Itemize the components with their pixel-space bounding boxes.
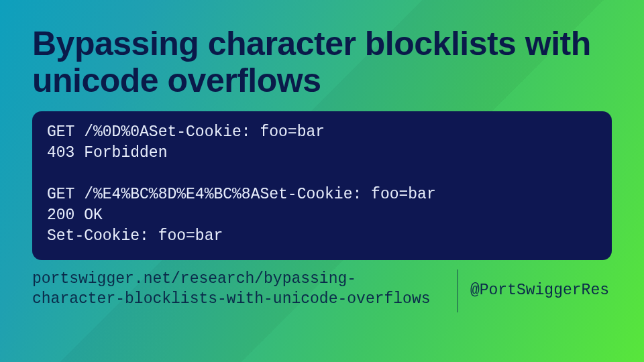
slide-container: Bypassing character blocklists with unic… xyxy=(0,0,644,312)
slide-title: Bypassing character blocklists with unic… xyxy=(32,25,612,99)
footer: portswigger.net/research/bypassing-chara… xyxy=(32,269,612,312)
code-line: 403 Forbidden xyxy=(47,144,167,162)
code-line: 200 OK xyxy=(47,206,103,224)
code-line: Set-Cookie: foo=bar xyxy=(47,227,223,245)
article-url: portswigger.net/research/bypassing-chara… xyxy=(32,269,445,310)
code-line: GET /%E4%BC%8D%E4%BC%8ASet-Cookie: foo=b… xyxy=(47,186,436,203)
code-block: GET /%0D%0ASet-Cookie: foo=bar 403 Forbi… xyxy=(32,111,612,260)
vertical-divider xyxy=(458,269,458,312)
twitter-handle: @PortSwiggerRes xyxy=(470,269,612,299)
code-line: GET /%0D%0ASet-Cookie: foo=bar xyxy=(47,123,325,141)
